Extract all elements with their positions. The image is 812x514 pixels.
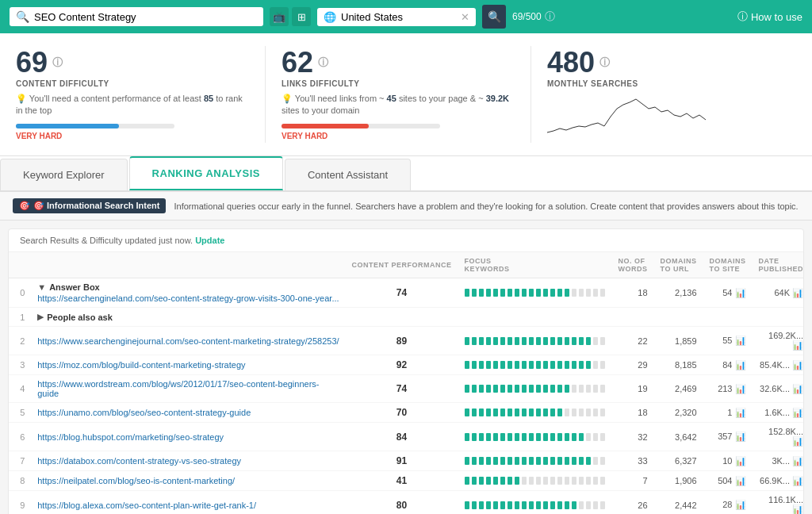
table-row: 1 ▶ People also ask (9, 308, 804, 327)
content-difficulty-rating: VERY HARD (16, 132, 249, 140)
update-link[interactable]: Update (195, 236, 224, 245)
result-url-link[interactable]: https://www.searchenginejournal.com/seo-… (37, 336, 339, 346)
links-difficulty-number: 62 ⓘ (282, 46, 515, 79)
col-date: DATEPUBLISHED (753, 252, 804, 278)
cell-rank: 3 (9, 355, 31, 375)
cell-score: 84 (346, 423, 458, 451)
result-url-link[interactable]: https://unamo.com/blog/seo/seo-content-s… (37, 408, 251, 417)
intent-badge: 🎯 🎯 Informational Search Intent (13, 198, 166, 213)
cell-domains-url: 55 📊 (703, 327, 753, 355)
cell-domains-url: 28 📊 (703, 491, 753, 515)
cell-rank: 0 (9, 278, 31, 308)
cell-score: 91 (346, 451, 458, 471)
triangle-icon: ▼ (37, 282, 46, 292)
cell-rank: 6 (9, 423, 31, 451)
links-difficulty-label: LINKS DIFFICULTY (282, 79, 515, 88)
links-difficulty-rating: VERY HARD (282, 132, 515, 140)
cell-url: https://moz.com/blog/build-content-marke… (31, 355, 345, 375)
table-row: 9 https://blog.alexa.com/seo-content-pla… (9, 491, 804, 515)
cell-domains-site: 1.6K... 📊 (753, 403, 804, 423)
cell-focus-kw: 7 (612, 471, 654, 491)
cell-domains-url: 1 📊 (703, 403, 753, 423)
result-url-link[interactable]: https://blog.alexa.com/seo-content-plan-… (37, 501, 256, 510)
bar-chart-icon: 📊 (735, 456, 746, 466)
results-table: CONTENT PERFORMANCE FOCUSKEYWORDS NO. OF… (9, 252, 804, 514)
cell-focus-kw: 18 (612, 278, 654, 308)
cell-perf-bar (458, 278, 612, 308)
country-clear-icon[interactable]: ✕ (461, 11, 469, 23)
search-box-container: 🔍 (10, 7, 263, 26)
cell-domains-site: 169.2K... 📊 (753, 327, 804, 355)
cell-score: 92 (346, 355, 458, 375)
cell-score: 70 (346, 403, 458, 423)
cell-score: 89 (346, 327, 458, 355)
col-rank (9, 252, 31, 278)
cell-focus-kw: 32 (612, 423, 654, 451)
country-input[interactable] (341, 11, 456, 23)
cell-words: 1,906 (654, 471, 703, 491)
cell-rank: 2 (9, 327, 31, 355)
monthly-searches-number: 480 ⓘ (547, 46, 780, 79)
cell-words: 2,136 (654, 278, 703, 308)
result-url-link[interactable]: https://moz.com/blog/build-content-marke… (37, 360, 245, 370)
result-url-link[interactable]: https://databox.com/content-strategy-vs-… (37, 456, 241, 466)
result-url-link[interactable]: https://www.wordstream.com/blog/ws/2012/… (37, 379, 319, 398)
bar-chart-icon-2: 📊 (792, 456, 803, 466)
bar-chart-icon: 📊 (735, 500, 746, 509)
cell-domains-site: 3K... 📊 (753, 451, 804, 471)
triangle-icon: ▶ (37, 312, 44, 322)
how-to-use-label: How to use (751, 11, 802, 23)
monthly-searches-chart (547, 93, 706, 140)
go-search-button[interactable]: 🔍 (482, 5, 506, 29)
cell-perf-bar (458, 355, 612, 375)
bar-chart-icon: 📊 (735, 336, 746, 345)
cell-domains-site: 85.4K... 📊 (753, 355, 804, 375)
content-difficulty-block: 69 ⓘ CONTENT DIFFICULTY 💡 You'll need a … (16, 46, 265, 143)
col-focus-kw: FOCUSKEYWORDS (458, 252, 612, 278)
cell-url: https://unamo.com/blog/seo/seo-content-s… (31, 403, 345, 423)
content-difficulty-info-icon: ⓘ (52, 56, 63, 70)
info-circle-icon: ⓘ (545, 10, 555, 24)
cell-url: https://databox.com/content-strategy-vs-… (31, 451, 345, 471)
links-difficulty-progress (282, 124, 440, 128)
cell-words: 2,320 (654, 403, 703, 423)
result-url-link[interactable]: https://neilpatel.com/blog/seo-is-conten… (37, 476, 235, 485)
search-icon: 🔍 (16, 10, 29, 23)
results-table-section: Search Results & Difficulty updated just… (8, 228, 804, 514)
bar-chart-icon-2: 📊 (792, 360, 803, 370)
result-url-link[interactable]: https://searchengineland.com/seo-content… (37, 293, 339, 303)
bar-chart-icon-2: 📊 (792, 288, 803, 297)
intent-description: Informational queries occur early in the… (174, 201, 798, 211)
cell-score: 74 (346, 278, 458, 308)
bar-chart-icon-2: 📊 (792, 384, 803, 393)
globe-icon: 🌐 (324, 11, 336, 23)
cell-focus-kw: 19 (612, 375, 654, 403)
tab-keyword-explorer[interactable]: Keyword Explorer (0, 159, 128, 190)
cell-focus-kw: 18 (612, 403, 654, 423)
cell-rank: 4 (9, 375, 31, 403)
col-domains-site: DOMAINSTO SITE (703, 252, 753, 278)
count-badge: 69/500 ⓘ (512, 10, 555, 24)
layout-icon-btn[interactable]: ⊞ (292, 7, 311, 26)
cell-score: 41 (346, 471, 458, 491)
cell-domains-url: 357 📊 (703, 423, 753, 451)
cell-perf-bar (458, 423, 612, 451)
cell-rank: 5 (9, 403, 31, 423)
table-row: 5 https://unamo.com/blog/seo/seo-content… (9, 403, 804, 423)
search-input[interactable] (34, 11, 257, 23)
how-to-use-link[interactable]: ⓘ How to use (737, 10, 802, 24)
cell-domains-url: 213 📊 (703, 375, 753, 403)
cell-perf-bar (458, 471, 612, 491)
cell-words: 1,859 (654, 327, 703, 355)
cell-rank: 8 (9, 471, 31, 491)
tab-content-assistant[interactable]: Content Assistant (285, 159, 411, 190)
tab-ranking-analysis[interactable]: RANKING ANALYSIS (129, 156, 283, 190)
cell-rank: 1 (9, 308, 31, 327)
cell-domains-site: 116.1K... 📊 (753, 491, 804, 515)
cell-words: 2,469 (654, 375, 703, 403)
result-url-link[interactable]: https://blog.hubspot.com/marketing/seo-s… (37, 432, 224, 442)
update-text: Search Results & Difficulty updated just… (20, 236, 193, 245)
cell-domains-site: 32.6K... 📊 (753, 375, 804, 403)
content-difficulty-number: 69 ⓘ (16, 46, 249, 79)
monitor-icon-btn[interactable]: 📺 (270, 7, 289, 26)
